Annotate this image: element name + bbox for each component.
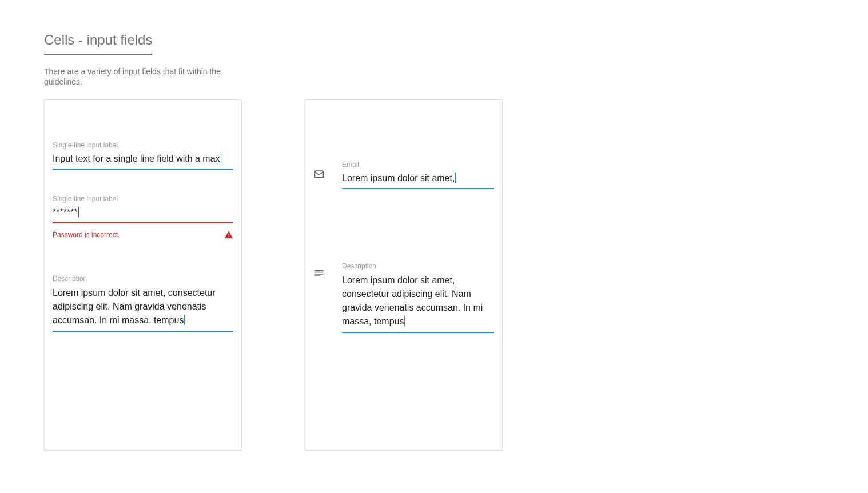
mail-icon bbox=[313, 169, 327, 182]
description-field-row: Description Lorem ipsum dolor sit amet, … bbox=[313, 262, 494, 333]
password-input[interactable]: ******* bbox=[53, 206, 233, 223]
text-caret bbox=[455, 173, 456, 183]
single-line-value: Input text for a single line field with … bbox=[53, 154, 221, 163]
text-caret bbox=[221, 154, 221, 163]
description-input-2[interactable]: Lorem ipsum dolor sit amet, consectetur … bbox=[342, 274, 494, 333]
svg-rect-3 bbox=[315, 274, 324, 275]
page-intro: There are a variety of input fields that… bbox=[44, 66, 233, 87]
spacer bbox=[313, 141, 494, 161]
description-label-2: Description bbox=[342, 262, 494, 270]
email-label: Email bbox=[342, 161, 494, 169]
email-value: Lorem ipsum dolor sit amet, bbox=[342, 173, 456, 183]
text-caret bbox=[184, 315, 185, 325]
description-field: Description Lorem ipsum dolor sit amet, … bbox=[53, 275, 233, 332]
description-field-2: Description Lorem ipsum dolor sit amet, … bbox=[342, 262, 494, 333]
email-field: Email Lorem ipsum dolor sit amet, bbox=[342, 161, 494, 189]
card-icon-inputs: Email Lorem ipsum dolor sit amet, bbox=[305, 99, 503, 450]
single-line-label: Single-line input label bbox=[53, 141, 233, 149]
description-value: Lorem ipsum dolor sit amet, consectetur … bbox=[53, 288, 216, 325]
svg-rect-2 bbox=[315, 272, 324, 273]
single-line-input[interactable]: Input text for a single line field with … bbox=[53, 153, 233, 170]
password-error-text: Password is incorrect. bbox=[53, 231, 120, 239]
email-input[interactable]: Lorem ipsum dolor sit amet, bbox=[342, 172, 494, 189]
description-label: Description bbox=[53, 275, 233, 283]
single-line-field: Single-line input label Input text for a… bbox=[53, 141, 233, 170]
text-caret bbox=[404, 316, 405, 326]
page-root: Cells - input fields There are a variety… bbox=[0, 0, 868, 450]
warning-icon bbox=[224, 230, 233, 239]
text-lines-icon bbox=[313, 268, 327, 282]
page-title: Cells - input fields bbox=[44, 32, 152, 55]
cards-row: Single-line input label Input text for a… bbox=[44, 99, 868, 450]
description-value-2: Lorem ipsum dolor sit amet, consectetur … bbox=[342, 275, 483, 326]
password-field: Single-line input label ******* Password… bbox=[53, 195, 233, 239]
spacer bbox=[53, 264, 233, 275]
svg-rect-4 bbox=[315, 275, 321, 276]
password-value: ******* bbox=[53, 207, 79, 217]
spacer bbox=[313, 189, 494, 262]
password-label: Single-line input label bbox=[53, 195, 233, 203]
card-basic-inputs: Single-line input label Input text for a… bbox=[44, 99, 242, 450]
email-field-row: Email Lorem ipsum dolor sit amet, bbox=[313, 161, 494, 189]
text-caret bbox=[78, 207, 79, 217]
svg-rect-1 bbox=[315, 270, 324, 271]
password-error-row: Password is incorrect. bbox=[53, 230, 233, 239]
description-input[interactable]: Lorem ipsum dolor sit amet, consectetur … bbox=[53, 286, 233, 332]
